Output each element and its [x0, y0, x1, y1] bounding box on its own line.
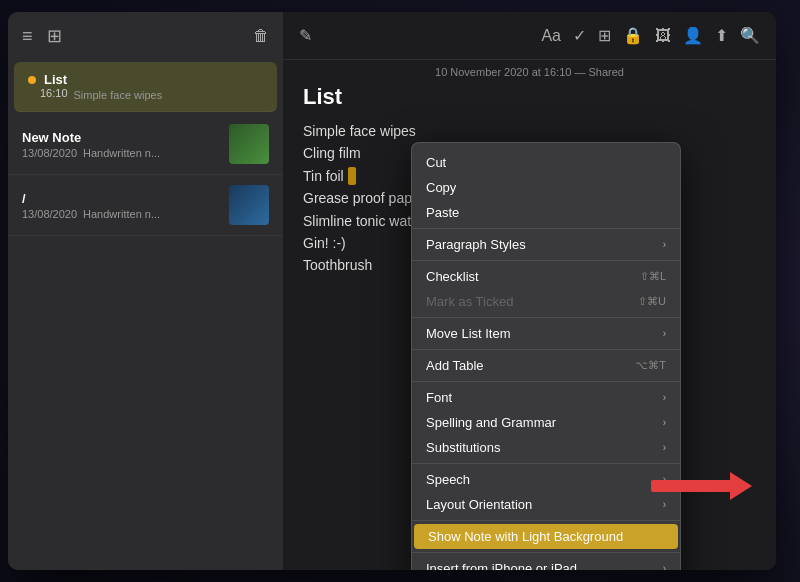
photo-icon[interactable]: 🖼 — [655, 27, 671, 45]
chevron-right-icon-8: › — [663, 563, 666, 570]
note-date-slash: 13/08/2020 — [22, 208, 77, 220]
search-icon[interactable]: 🔍 — [740, 26, 760, 45]
paragraph-styles-label: Paragraph Styles — [426, 237, 526, 252]
substitutions-label: Substitutions — [426, 440, 500, 455]
check-icon[interactable]: ✓ — [573, 26, 586, 45]
lock-icon[interactable]: 🔒 — [623, 26, 643, 45]
note-thumbnail-slash — [229, 185, 269, 225]
menu-item-copy[interactable]: Copy — [412, 175, 680, 200]
menu-item-speech[interactable]: Speech › — [412, 467, 680, 492]
grid-view-icon[interactable]: ⊞ — [47, 25, 62, 47]
chevron-right-icon-5: › — [663, 442, 666, 453]
menu-item-substitutions[interactable]: Substitutions › — [412, 435, 680, 460]
chevron-right-icon-3: › — [663, 392, 666, 403]
menu-item-paragraph-styles[interactable]: Paragraph Styles › — [412, 232, 680, 257]
note-item-list[interactable]: List 16:10 Simple face wipes — [14, 62, 277, 112]
share-icon[interactable]: ⬆ — [715, 26, 728, 45]
menu-item-move-list-item[interactable]: Move List Item › — [412, 321, 680, 346]
checklist-label: Checklist — [426, 269, 479, 284]
checklist-shortcut: ⇧⌘L — [640, 270, 666, 283]
add-table-label: Add Table — [426, 358, 484, 373]
red-arrow-indicator — [651, 472, 752, 500]
trash-icon[interactable]: 🗑 — [253, 27, 269, 45]
menu-item-font[interactable]: Font › — [412, 385, 680, 410]
menu-item-spelling[interactable]: Spelling and Grammar › — [412, 410, 680, 435]
note-title: List — [44, 72, 67, 87]
menu-section-move: Move List Item › — [412, 318, 680, 350]
notes-list: List 16:10 Simple face wipes New Note 13… — [8, 60, 283, 570]
speech-label: Speech — [426, 472, 470, 487]
menu-item-layout-orientation[interactable]: Layout Orientation › — [412, 492, 680, 517]
arrow-body — [651, 480, 731, 492]
copy-label: Copy — [426, 180, 456, 195]
add-table-shortcut: ⌥⌘T — [635, 359, 666, 372]
menu-item-insert-iphone[interactable]: Insert from iPhone or iPad › — [412, 556, 680, 570]
layout-orientation-label: Layout Orientation — [426, 497, 532, 512]
context-menu: Cut Copy Paste Paragraph Styles › — [411, 142, 681, 570]
menu-section-table: Add Table ⌥⌘T — [412, 350, 680, 382]
menu-section-checklist: Checklist ⇧⌘L Mark as Ticked ⇧⌘U — [412, 261, 680, 318]
show-light-bg-label: Show Note with Light Background — [428, 529, 623, 544]
font-label: Font — [426, 390, 452, 405]
menu-section-insert: Insert from iPhone or iPad › — [412, 553, 680, 570]
chevron-right-icon-7: › — [663, 499, 666, 510]
main-toolbar: ✎ Aa ✓ ⊞ 🔒 🖼 👤 ⬆ 🔍 — [283, 12, 776, 60]
menu-section-paragraph: Paragraph Styles › — [412, 229, 680, 261]
status-bar: 10 November 2020 at 16:10 — Shared — [283, 60, 776, 84]
note-title-new: New Note — [22, 130, 221, 145]
menu-item-mark-ticked[interactable]: Mark as Ticked ⇧⌘U — [412, 289, 680, 314]
menu-section-clipboard: Cut Copy Paste — [412, 147, 680, 229]
table-icon[interactable]: ⊞ — [598, 26, 611, 45]
note-item-new[interactable]: New Note 13/08/2020 Handwritten n... — [8, 114, 283, 175]
move-list-item-label: Move List Item — [426, 326, 511, 341]
shared-status: 10 November 2020 at 16:10 — Shared — [435, 66, 624, 78]
cut-label: Cut — [426, 155, 446, 170]
menu-section-format: Font › Spelling and Grammar › Substituti… — [412, 382, 680, 464]
note-title-slash: / — [22, 191, 221, 206]
main-content: ✎ Aa ✓ ⊞ 🔒 🖼 👤 ⬆ 🔍 10 November 2020 at 1… — [283, 12, 776, 570]
paste-label: Paste — [426, 205, 459, 220]
mark-ticked-label: Mark as Ticked — [426, 294, 513, 309]
person-icon[interactable]: 👤 — [683, 26, 703, 45]
font-icon[interactable]: Aa — [541, 27, 561, 45]
menu-section-light-bg: Show Note with Light Background — [412, 521, 680, 553]
chevron-right-icon-4: › — [663, 417, 666, 428]
chevron-right-icon-2: › — [663, 328, 666, 339]
sidebar-toolbar: ≡ ⊞ 🗑 — [8, 12, 283, 60]
sidebar: ≡ ⊞ 🗑 List 16:10 Simple face wipes — [8, 12, 283, 570]
note-heading: List — [303, 84, 756, 110]
note-preview: Simple face wipes — [74, 89, 163, 101]
chevron-right-icon: › — [663, 239, 666, 250]
note-preview-new: Handwritten n... — [83, 147, 160, 159]
menu-section-speech: Speech › Layout Orientation › — [412, 464, 680, 521]
note-item-slash[interactable]: / 13/08/2020 Handwritten n... — [8, 175, 283, 236]
spelling-label: Spelling and Grammar — [426, 415, 556, 430]
note-time: 16:10 — [40, 87, 68, 101]
app-window: ≡ ⊞ 🗑 List 16:10 Simple face wipes — [8, 12, 776, 570]
note-thumbnail-new — [229, 124, 269, 164]
mark-ticked-shortcut: ⇧⌘U — [638, 295, 666, 308]
arrow-head — [730, 472, 752, 500]
insert-iphone-label: Insert from iPhone or iPad — [426, 561, 577, 570]
menu-item-paste[interactable]: Paste — [412, 200, 680, 225]
note-line-1: Simple face wipes — [303, 120, 756, 142]
menu-item-cut[interactable]: Cut — [412, 150, 680, 175]
menu-item-show-light-bg[interactable]: Show Note with Light Background — [414, 524, 678, 549]
menu-item-add-table[interactable]: Add Table ⌥⌘T — [412, 353, 680, 378]
edit-icon[interactable]: ✎ — [299, 26, 312, 45]
note-date-new: 13/08/2020 — [22, 147, 77, 159]
menu-item-checklist[interactable]: Checklist ⇧⌘L — [412, 264, 680, 289]
list-view-icon[interactable]: ≡ — [22, 26, 33, 47]
note-dot — [28, 76, 36, 84]
note-preview-slash: Handwritten n... — [83, 208, 160, 220]
